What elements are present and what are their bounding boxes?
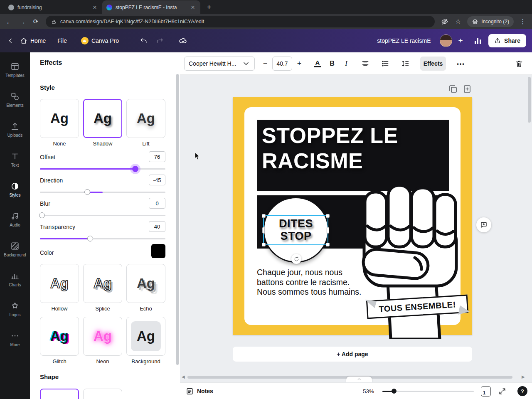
notes-button[interactable]: Notes [186, 383, 213, 399]
incognito-icon [472, 18, 478, 25]
forward-icon[interactable]: → [17, 16, 28, 27]
text-color-button[interactable]: A [310, 57, 325, 71]
duplicate-page-icon[interactable] [448, 84, 458, 94]
offset-slider[interactable] [40, 168, 165, 170]
browser-tab-canva[interactable]: stopPEZ LE racismE - Insta ✕ [102, 0, 200, 14]
sidebar-item-text[interactable]: Text [0, 145, 30, 175]
shape-card-curve[interactable] [83, 389, 122, 399]
direction-slider-thumb[interactable] [84, 189, 90, 195]
sidebar-item-charts[interactable]: Charts [0, 264, 30, 294]
panel-scrollbar[interactable] [176, 74, 179, 365]
effect-card-lift[interactable]: Ag [126, 99, 165, 138]
effects-button[interactable]: Effects [420, 57, 446, 71]
doc-title[interactable]: stopPEZ LE racismE [377, 37, 431, 44]
sidebar-item-elements[interactable]: Elements [0, 85, 30, 115]
selection-handle-nw[interactable] [262, 214, 266, 218]
font-size-decrease-button[interactable]: − [259, 57, 271, 71]
bold-button[interactable]: B [325, 57, 339, 71]
browser-menu-icon[interactable]: ⋮ [517, 16, 529, 27]
selection-handle-w[interactable] [262, 227, 265, 234]
sidebar-item-styles[interactable]: Styles [0, 175, 30, 204]
tab-close-icon[interactable]: ✕ [190, 4, 196, 11]
url-bar[interactable]: canva.com/design/DAE-iqK1Ngc/ffZ-N2DiI6b… [46, 16, 435, 27]
canva-pro-button[interactable]: Canva Pro [77, 34, 123, 48]
italic-button[interactable]: I [340, 57, 353, 71]
fullscreen-button[interactable] [498, 383, 506, 399]
text-align-button[interactable] [358, 57, 373, 71]
eye-slash-icon[interactable] [439, 16, 451, 27]
avatar[interactable] [440, 34, 452, 47]
help-button[interactable]: ? [517, 386, 527, 396]
back-icon[interactable]: ← [3, 16, 15, 27]
font-selector[interactable]: Cooper Hewitt H... [184, 57, 255, 71]
transparency-slider[interactable] [40, 238, 165, 239]
direction-value-input[interactable]: -45 [149, 175, 165, 185]
list-button[interactable] [378, 57, 393, 71]
ribbon-text[interactable]: TOUS ENSEMBLE! [379, 300, 456, 314]
rotate-handle[interactable] [291, 254, 301, 264]
add-page-button[interactable]: + Add page [233, 347, 472, 362]
reload-icon[interactable]: ⟳ [30, 16, 42, 27]
zoom-slider[interactable] [382, 391, 474, 392]
home-button[interactable]: Home [16, 34, 50, 48]
font-size-increase-button[interactable]: + [293, 57, 305, 71]
bookmark-star-icon[interactable]: ☆ [452, 16, 464, 27]
sidebar-item-uploads[interactable]: Uploads [0, 115, 30, 145]
body-text[interactable]: Chaque jour, nous nous battons contre le… [257, 268, 362, 297]
effect-card-background[interactable]: Ag [126, 317, 165, 356]
selection-handle-sw[interactable] [262, 243, 266, 246]
insights-chart-icon[interactable] [475, 37, 481, 44]
add-member-icon[interactable]: + [454, 33, 467, 49]
delete-button[interactable] [512, 57, 526, 71]
sidebar-item-templates[interactable]: Templates [0, 55, 30, 85]
page-indicator[interactable]: 1 [481, 386, 491, 397]
effect-card-shadow[interactable]: Ag [83, 99, 122, 138]
sidebar-item-background[interactable]: Background [0, 234, 30, 264]
transparency-slider-thumb[interactable] [87, 236, 93, 241]
hscroll-left-arrow[interactable]: ◀ [182, 374, 185, 379]
more-options-icon[interactable]: ••• [453, 57, 468, 71]
blur-slider-thumb[interactable] [39, 212, 45, 218]
shadow-color-swatch[interactable] [151, 244, 165, 258]
charts-icon [10, 271, 20, 281]
ribbon-band[interactable]: TOUS ENSEMBLE! [366, 295, 468, 319]
direction-slider[interactable] [40, 192, 165, 193]
offset-value-input[interactable]: 76 [149, 151, 165, 162]
sidebar-item-audio[interactable]: Audio [0, 204, 30, 234]
selection-handle-ne[interactable] [326, 214, 330, 218]
undo-icon[interactable] [135, 34, 152, 48]
browser-tab-fundraising[interactable]: fundraising ✕ [4, 0, 102, 14]
selection-handle-e[interactable] [327, 227, 329, 234]
blur-slider[interactable] [40, 215, 165, 216]
effect-card-none[interactable]: Ag [40, 99, 79, 138]
selection-handle-se[interactable] [326, 243, 330, 246]
add-page-icon[interactable] [462, 84, 472, 94]
vertical-scrollbar[interactable] [528, 77, 531, 123]
effect-card-glitch[interactable]: Ag [40, 317, 79, 356]
back-chevron-icon[interactable] [6, 34, 16, 47]
effect-card-echo[interactable]: Ag [126, 264, 165, 303]
font-size-input[interactable]: 40.7 [272, 57, 292, 71]
blur-value-input[interactable]: 0 [149, 198, 165, 209]
effect-card-neon[interactable]: Ag [83, 317, 122, 356]
shape-card-none[interactable] [40, 389, 79, 399]
hscroll-right-arrow[interactable]: ▶ [522, 374, 525, 379]
new-tab-button[interactable]: + [204, 2, 214, 12]
effect-card-hollow[interactable]: Ag [40, 264, 79, 303]
file-menu[interactable]: File [53, 34, 71, 47]
collapse-panel-pill[interactable] [346, 377, 372, 382]
spacing-button[interactable] [398, 57, 413, 71]
tab-close-icon[interactable]: ✕ [91, 4, 98, 11]
canvas-area[interactable]: STOPPEZ LE RACISME [180, 75, 532, 382]
redo-icon[interactable] [152, 34, 168, 48]
comment-bubble-button[interactable] [476, 217, 491, 232]
sidebar-item-logos[interactable]: Logos [0, 294, 30, 324]
effect-card-splice[interactable]: Ag [83, 264, 122, 303]
sidebar-item-more[interactable]: More [0, 324, 30, 354]
design-page[interactable]: STOPPEZ LE RACISME [233, 97, 472, 335]
share-button[interactable]: Share [488, 34, 526, 47]
transparency-value-input[interactable]: 40 [149, 221, 165, 232]
selection-box[interactable] [263, 215, 328, 245]
zoom-slider-thumb[interactable] [392, 389, 397, 394]
offset-slider-thumb[interactable] [132, 166, 138, 172]
